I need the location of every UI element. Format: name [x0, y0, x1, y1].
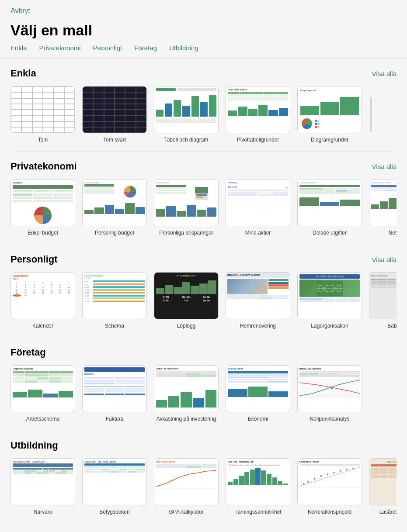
svg-point-24 — [346, 469, 348, 470]
template-delade-utgifter[interactable]: Shared Expenses — [297, 179, 362, 236]
svg-point-23 — [340, 470, 341, 472]
template-tom[interactable]: for(let i=0;i<48;i++) document.write('<d… — [10, 86, 75, 143]
nav-utbildning[interactable]: Utbildning — [169, 44, 198, 52]
template-loplogg[interactable]: MY RUNNING LOG 3.19 — [154, 272, 219, 329]
section-utbildning: Utbildning Attendance Sheet - October 20… — [0, 431, 407, 524]
template-kalender[interactable]: September2024 S M T W T F S 1 2 3 4 — [10, 272, 75, 329]
svg-point-20 — [320, 475, 322, 477]
svg-rect-6 — [196, 197, 203, 198]
template-personliga-besparingar[interactable]: Monthly Goal — [154, 179, 219, 236]
template-avkastning[interactable]: Return on Investment — [154, 365, 219, 422]
utbildning-templates-row: Attendance Sheet - October 2024 — [10, 458, 397, 519]
template-pivottabell[interactable]: Pivot Table Basics — [226, 86, 290, 143]
svg-rect-4 — [195, 187, 208, 193]
section-foretag-title: Företag — [10, 347, 46, 358]
cancel-button[interactable]: Avbryt — [10, 7, 30, 15]
template-babyjournal[interactable]: Baby's First Year — [369, 272, 397, 329]
section-personligt-title: Personligt — [10, 254, 58, 265]
section-personligt: Personligt Visa alla September2024 S M T… — [0, 245, 407, 338]
personligt-view-all[interactable]: Visa alla — [372, 256, 397, 263]
template-narvaroschema[interactable]: Attendance Sheet - October 2024 — [10, 458, 75, 515]
nav-personligt[interactable]: Personligt — [93, 44, 122, 52]
section-privatekonomi: Privatekonomi Visa alla Budget — [0, 152, 407, 245]
template-mina-aktier[interactable]: Portfolio $1141.25 ▲ — [226, 179, 290, 236]
template-enkel-budget[interactable]: Budget — [10, 179, 75, 236]
svg-point-18 — [307, 481, 309, 483]
svg-rect-5 — [196, 194, 207, 196]
template-betygsboken[interactable]: Grade Book - 3rd Period English — [82, 458, 147, 515]
nav-privatekonomi[interactable]: Privatekonomi — [39, 44, 81, 52]
template-tom-svart[interactable]: for(let i=0;i<48;i++) document.write('<d… — [82, 86, 147, 143]
personligt-templates-row: September2024 S M T W T F S 1 2 3 4 — [10, 272, 397, 333]
template-lasaret[interactable]: 2024-2025 School Year — [369, 458, 397, 515]
section-enkla-title: Enkla — [10, 68, 36, 79]
template-hemrenovering[interactable]: REMODEL - PROJECT BUDGET — [226, 272, 290, 329]
enkla-templates-row: for(let i=0;i<48;i++) document.write('<d… — [10, 86, 397, 147]
svg-point-17 — [303, 483, 305, 485]
privatekonomi-view-all[interactable]: Visa alla — [372, 163, 397, 170]
section-enkla: Enkla Visa alla for(let i=0;i<48;i++) do… — [0, 59, 407, 152]
top-bar: Avbryt Välj en mall Enkla Privatekonomi … — [0, 0, 407, 59]
svg-point-21 — [327, 473, 328, 475]
template-korrelation[interactable]: Correlation Project — [297, 458, 362, 515]
enkla-view-all[interactable]: Visa alla — [372, 70, 397, 77]
template-arbetsschema[interactable]: Employee Schedule — [10, 365, 75, 422]
template-personlig-budget[interactable]: Monthly Budget — [82, 179, 147, 236]
privatekonomi-templates-row: Budget — [10, 179, 397, 240]
template-dice-roll[interactable]: Dice Roll Probability Lab Probability si… — [226, 458, 290, 515]
template-nettovarde[interactable]: Net Worth-Overview — [369, 179, 397, 236]
section-utbildning-title: Utbildning — [10, 440, 58, 451]
template-faktura[interactable]: INVOICE Faktura — [82, 365, 147, 422]
template-ekonomi[interactable]: Balance Sheet — [226, 365, 290, 422]
svg-point-13 — [331, 387, 333, 389]
section-foretag: Företag Employee Schedule — [0, 338, 407, 431]
category-nav: Enkla Privatekonomi Personligt Företag U… — [0, 44, 407, 59]
svg-point-22 — [333, 472, 335, 473]
template-lagorganisation[interactable]: WILDCATS SOCCER TEAM — [297, 272, 362, 329]
page-title: Välj en mall — [0, 18, 407, 44]
template-gpa-kalkylator[interactable]: GPA Calculator — [154, 458, 219, 515]
template-nollpunktsanalys[interactable]: Break-Even Analysis — [297, 365, 362, 422]
template-diagramgrunder[interactable]: Diagramgrunder — [297, 86, 362, 143]
template-tabell-diagram[interactable]: Tabell och diagram — [154, 86, 219, 143]
svg-line-26 — [299, 467, 360, 486]
section-privatekonomi-title: Privatekonomi — [10, 161, 77, 172]
nav-foretag[interactable]: Företag — [134, 44, 157, 52]
template-schema[interactable]: Daily Schedule Fall 2024 8:00 9:00 10:00 — [82, 272, 147, 329]
nav-enkla[interactable]: Enkla — [10, 44, 27, 52]
foretag-templates-row: Employee Schedule — [10, 365, 397, 426]
svg-point-19 — [314, 478, 316, 480]
